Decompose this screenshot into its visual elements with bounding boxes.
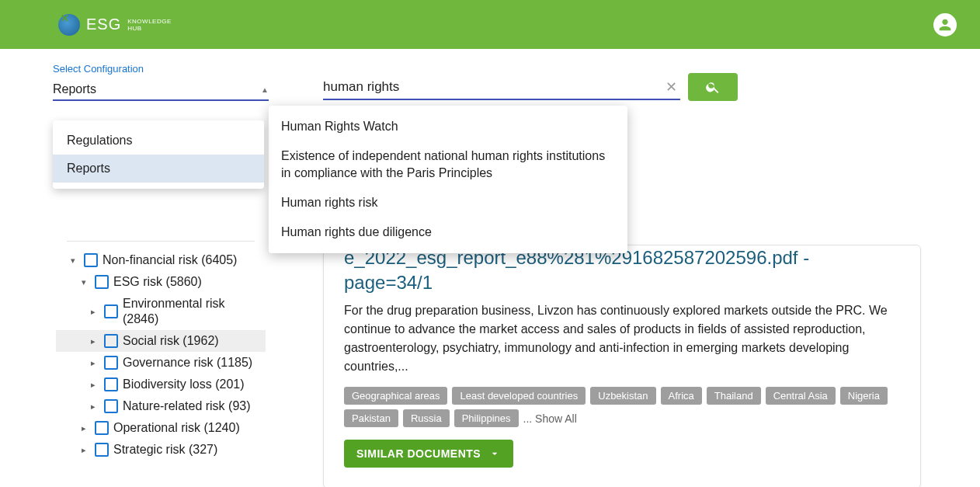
tag[interactable]: Pakistan xyxy=(344,409,398,427)
chevron-right-icon[interactable]: ▸ xyxy=(87,358,99,368)
result-tags: Geographical areas Least developed count… xyxy=(344,387,900,427)
chevron-up-icon: ▲ xyxy=(261,85,269,94)
brand-subtitle: KNOWLEDGE HUB xyxy=(127,18,172,32)
checkbox[interactable] xyxy=(95,443,109,457)
tag[interactable]: Geographical areas xyxy=(344,387,447,405)
tree-node-operational[interactable]: ▸ Operational risk (1240) xyxy=(56,417,266,439)
results-area: ✕ Human Rights Watch Existence of indepe… xyxy=(269,63,957,487)
search-button[interactable] xyxy=(688,73,738,101)
search-row: ✕ xyxy=(323,73,957,101)
chevron-right-icon[interactable]: ▸ xyxy=(78,445,90,455)
tag[interactable]: Russia xyxy=(403,409,450,427)
similar-documents-button[interactable]: SIMILAR DOCUMENTS xyxy=(344,440,513,468)
tree-node-biodiversity[interactable]: ▸ Biodiversity loss (201) xyxy=(56,374,266,395)
config-label: Select Configuration xyxy=(53,63,269,75)
chevron-down-icon[interactable]: ▾ xyxy=(67,256,79,266)
account-icon[interactable] xyxy=(933,13,957,37)
result-card: e_2022_esg_report_e88%281%29168258720259… xyxy=(323,245,921,487)
brand-name: ESG xyxy=(86,16,121,33)
tag[interactable]: Philippines xyxy=(454,409,519,427)
tag[interactable]: Thailand xyxy=(707,387,761,405)
chevron-right-icon[interactable]: ▸ xyxy=(87,402,99,412)
chevron-right-icon[interactable]: ▸ xyxy=(87,336,99,346)
chevron-down-icon xyxy=(488,447,501,460)
tree-node-esg[interactable]: ▾ ESG risk (5860) xyxy=(56,271,266,293)
tree-node-environmental[interactable]: ▸ Environmental risk (2846) xyxy=(56,293,266,330)
checkbox[interactable] xyxy=(95,421,109,435)
chevron-down-icon[interactable]: ▾ xyxy=(78,277,90,287)
globe-icon xyxy=(58,14,80,36)
search-field[interactable]: ✕ xyxy=(323,74,680,100)
clear-icon[interactable]: ✕ xyxy=(662,78,680,96)
config-option-reports[interactable]: Reports xyxy=(53,155,264,183)
tag[interactable]: Least developed countries xyxy=(452,387,586,405)
filter-tree: ▾ Non-financial risk (6405) ▾ ESG risk (… xyxy=(53,241,269,461)
autocomplete-panel: Human Rights Watch Existence of independ… xyxy=(269,106,627,253)
app-header: ESG KNOWLEDGE HUB xyxy=(0,0,980,49)
autocomplete-item[interactable]: Human Rights Watch xyxy=(269,112,627,141)
tag[interactable]: Uzbekistan xyxy=(590,387,655,405)
chevron-right-icon[interactable]: ▸ xyxy=(78,423,90,433)
tag[interactable]: Central Asia xyxy=(766,387,836,405)
chevron-right-icon[interactable]: ▸ xyxy=(87,307,99,317)
config-option-regulations[interactable]: Regulations xyxy=(53,127,264,155)
chevron-right-icon[interactable]: ▸ xyxy=(87,380,99,390)
checkbox[interactable] xyxy=(95,275,109,289)
main-content: Select Configuration Reports ▲ Regulatio… xyxy=(0,49,980,487)
autocomplete-item[interactable]: Human rights due diligence xyxy=(269,217,627,247)
divider xyxy=(67,241,255,242)
tree-node-strategic[interactable]: ▸ Strategic risk (327) xyxy=(56,439,266,461)
tree-node-social[interactable]: ▸ Social risk (1962) xyxy=(56,330,266,352)
tree-node-nonfinancial[interactable]: ▾ Non-financial risk (6405) xyxy=(56,249,266,271)
config-select[interactable]: Reports ▲ xyxy=(53,78,269,101)
autocomplete-item[interactable]: Existence of independent national human … xyxy=(269,141,627,188)
show-all-tags[interactable]: ... Show All xyxy=(523,412,577,425)
config-dropdown: Regulations Reports xyxy=(53,120,264,189)
tag[interactable]: Africa xyxy=(661,387,702,405)
search-input[interactable] xyxy=(323,79,662,95)
similar-label: SIMILAR DOCUMENTS xyxy=(356,447,481,460)
tree-node-governance[interactable]: ▸ Governance risk (1185) xyxy=(56,352,266,374)
config-value: Reports xyxy=(53,82,96,96)
checkbox[interactable] xyxy=(104,356,118,370)
tag[interactable]: Nigeria xyxy=(840,387,888,405)
sidebar: Select Configuration Reports ▲ Regulatio… xyxy=(53,63,269,487)
checkbox[interactable] xyxy=(104,334,118,348)
tree-node-nature[interactable]: ▸ Nature-related risk (93) xyxy=(56,395,266,417)
result-snippet: For the drug preparation business, Livzo… xyxy=(344,301,900,376)
checkbox[interactable] xyxy=(104,399,118,413)
checkbox[interactable] xyxy=(84,253,98,267)
autocomplete-item[interactable]: Human rights risk xyxy=(269,188,627,217)
checkbox[interactable] xyxy=(104,377,118,391)
brand-logo[interactable]: ESG KNOWLEDGE HUB xyxy=(58,14,172,36)
search-icon xyxy=(705,79,721,95)
checkbox[interactable] xyxy=(104,304,118,318)
